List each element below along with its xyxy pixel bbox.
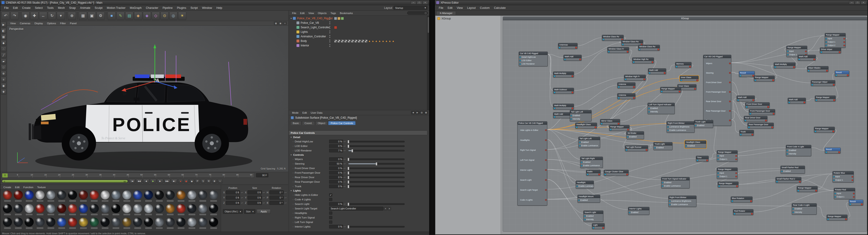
record-rotation-button[interactable]: R <box>206 179 211 183</box>
material-swatch[interactable] <box>35 217 45 231</box>
xpresso-node[interactable]: Right Front BlinkerLuminance BrightnessE… <box>669 195 696 207</box>
animation-dot-icon[interactable]: ○ <box>292 145 295 147</box>
input-port-icon[interactable] <box>717 173 719 174</box>
material-swatch[interactable] <box>24 204 35 217</box>
xpresso-node[interactable]: Antennas <box>558 43 578 49</box>
xpresso-node[interactable]: Tail Light RightEnabledEnable Luminance <box>580 157 603 168</box>
phong-tag-icon[interactable] <box>334 17 337 20</box>
polygons-mode-icon[interactable]: ▰ <box>1 59 6 64</box>
output-port-icon[interactable] <box>729 63 731 64</box>
menu-animate[interactable]: Animate <box>78 6 92 10</box>
attribute-menu-mode[interactable]: Mode <box>290 111 301 114</box>
xpresso-canvas[interactable]: XGroup Car VB C4D RiggedDetail High/LowL… <box>501 16 867 234</box>
material-swatch[interactable] <box>111 190 121 204</box>
material-swatch[interactable] <box>132 204 143 217</box>
xpresso-node[interactable]: Math:Add <box>798 55 816 61</box>
input-port-icon[interactable] <box>717 159 719 160</box>
material-swatch[interactable] <box>100 204 111 217</box>
material-swatch[interactable] <box>89 204 100 217</box>
display-tag-icon[interactable] <box>341 17 344 20</box>
output-port-icon[interactable] <box>545 150 547 151</box>
xpresso-titlebar[interactable]: XPresso Editor ─□× <box>435 0 868 5</box>
material-swatch[interactable] <box>176 204 186 217</box>
animation-dot-icon[interactable]: ○ <box>292 194 295 196</box>
tab-basic[interactable]: Basic <box>290 121 302 125</box>
material-swatch[interactable] <box>13 204 24 217</box>
coord-value-field[interactable]: 0 ft <box>248 201 262 205</box>
object-row[interactable]: Lights <box>289 30 427 34</box>
slider-knob[interactable] <box>348 140 349 143</box>
texture-mode-icon[interactable]: ▦ <box>1 34 6 40</box>
output-port-icon[interactable] <box>545 169 547 171</box>
xpresso-node[interactable]: Range Mapper <box>609 125 629 131</box>
viewport-menu-display[interactable]: Display <box>33 22 45 25</box>
recent-tools-icon[interactable]: ▾ <box>57 12 65 20</box>
apply-button[interactable]: Apply <box>257 209 271 214</box>
input-port-icon[interactable] <box>667 130 669 131</box>
slider-knob[interactable] <box>348 176 349 179</box>
warning-tag-icon[interactable]: ▲ <box>371 40 374 43</box>
input-port-icon[interactable] <box>717 155 719 157</box>
spinner-arrows[interactable]: ▲▼ <box>284 192 286 193</box>
parameter-value-field[interactable]: 0 % <box>329 166 343 170</box>
x-manager-tab[interactable]: X-Manager <box>436 11 456 15</box>
input-port-icon[interactable] <box>793 212 794 213</box>
input-port-icon[interactable] <box>579 145 581 147</box>
warning-tag-icon[interactable]: ▲ <box>368 40 371 43</box>
material-swatch[interactable] <box>111 204 121 217</box>
axis-mode-icon[interactable]: ⊕ <box>1 71 6 76</box>
material-swatch[interactable] <box>208 217 219 231</box>
object-manager-scrollbar[interactable] <box>427 16 429 110</box>
animation-dot-icon[interactable]: ○ <box>292 199 295 201</box>
xpresso-node[interactable]: Right Front BlinkerLuminance BrightnessE… <box>666 121 694 133</box>
slider-knob[interactable] <box>348 225 349 229</box>
coord-value-field[interactable]: 0 ft <box>248 190 262 194</box>
xpresso-node[interactable]: Window High Re <box>632 57 654 63</box>
maximize-view-icon[interactable]: ▣ <box>278 22 282 25</box>
viewport-menu-view[interactable]: View <box>8 22 18 25</box>
material-swatch[interactable] <box>2 190 13 204</box>
add-spline-icon[interactable]: ✎ <box>116 12 125 20</box>
object-row[interactable]: Search_Light_Controller <box>289 25 427 30</box>
editor-visibility-dot[interactable] <box>329 26 331 27</box>
output-port-icon[interactable] <box>736 155 737 157</box>
object-menu-file[interactable]: File <box>290 11 298 15</box>
xpresso-node[interactable]: Mirror Glass <box>600 119 620 125</box>
xpresso-node[interactable]: Car VB C4D RiggedDetail High/LowLOD Edit… <box>519 52 548 66</box>
input-port-icon[interactable] <box>685 145 687 147</box>
menu-script[interactable]: Script <box>188 6 200 10</box>
parameter-slider[interactable] <box>348 186 405 187</box>
input-port-icon[interactable] <box>578 200 580 201</box>
xpresso-node[interactable]: Window Glass Fr <box>608 47 629 53</box>
xpresso-node[interactable]: Inner Glass <box>680 76 699 81</box>
xpresso-node[interactable]: Police Car VB C4D RiggedHide Lights in E… <box>518 121 547 206</box>
xpresso-node[interactable]: Range Mapper <box>814 127 835 133</box>
menu-sculpt[interactable]: Sculpt <box>93 6 105 10</box>
animation-dot-icon[interactable]: ○ <box>292 217 295 219</box>
parameter-value-field[interactable]: 0 % <box>329 225 343 229</box>
material-swatch[interactable] <box>24 190 35 204</box>
xpresso-node[interactable]: Small Flasher Red 2 <box>776 177 801 183</box>
scale-tool-icon[interactable]: ↔ <box>39 12 47 20</box>
xpresso-menu-calculate[interactable]: Calculate <box>492 6 508 10</box>
material-swatch[interactable] <box>176 190 186 204</box>
spinner-arrows[interactable]: ▲▼ <box>343 186 345 187</box>
xpresso-menu-custom[interactable]: Custom <box>478 6 492 10</box>
input-port-icon[interactable] <box>577 186 578 187</box>
xpresso-node[interactable]: Rear Code 4 LightEnabledIntensity <box>792 203 817 215</box>
texture-tag-icon[interactable] <box>341 40 344 43</box>
menu-plugins[interactable]: Plugins <box>175 6 188 10</box>
layout-select[interactable]: Startup▾ <box>394 6 428 10</box>
add-modeling-icon[interactable]: ◆ <box>134 12 142 20</box>
input-port-icon[interactable] <box>826 45 827 46</box>
xpresso-node[interactable]: Radio <box>586 170 600 176</box>
texture-tag-icon[interactable] <box>344 40 347 43</box>
xpresso-node[interactable]: Math:Add <box>563 55 582 61</box>
viewport-menu-filter[interactable]: Filter <box>58 22 68 25</box>
edges-mode-icon[interactable]: ╱ <box>1 53 6 58</box>
parameter-slider[interactable] <box>348 158 405 160</box>
coord-value-field[interactable]: 0 ft <box>248 195 262 200</box>
xpresso-node[interactable]: Trunk LightEnabled <box>694 120 713 128</box>
history-back-icon[interactable]: ◀ <box>411 111 415 114</box>
animation-dot-icon[interactable]: ○ <box>292 140 295 142</box>
